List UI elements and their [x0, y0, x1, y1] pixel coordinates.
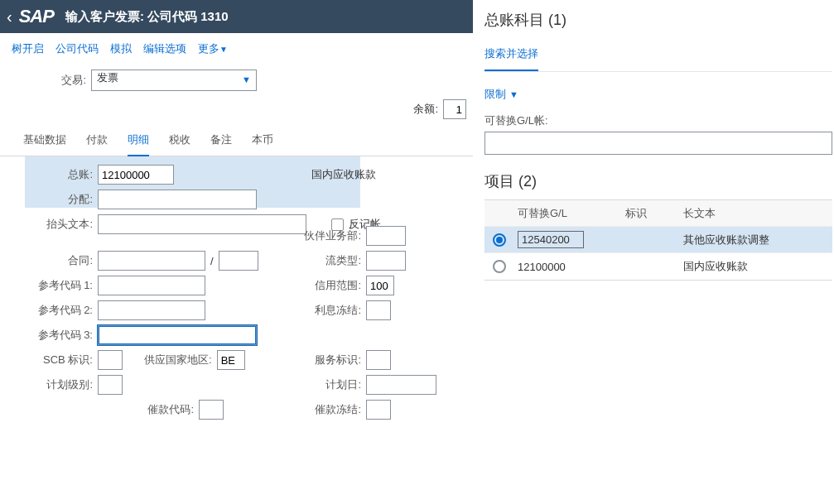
transaction-value: 发票 [97, 71, 118, 84]
items-row[interactable]: 12540200 其他应收账款调整 [484, 227, 832, 253]
supply-country-input[interactable] [217, 350, 245, 370]
tabstrip: 基础数据 付款 明细 税收 备注 本币 [0, 126, 473, 156]
flow-type-label: 流类型: [270, 253, 361, 268]
tab-basic-data[interactable]: 基础数据 [23, 126, 66, 156]
interest-freeze-input[interactable] [366, 300, 391, 320]
slash-label: / [210, 255, 214, 267]
more-link[interactable]: 更多▼ [198, 41, 228, 56]
row-gl: 12540200 [518, 231, 584, 248]
radio-icon[interactable] [493, 260, 506, 273]
chevron-down-icon: ▼ [509, 89, 518, 99]
tab-tax[interactable]: 税收 [169, 126, 190, 156]
plan-date-input[interactable] [366, 375, 436, 395]
items-row[interactable]: 12100000 国内应收账款 [484, 253, 832, 280]
side-panel: 总账科目 (1) 搜索并选择 限制 ▼ 可替换G/L帐: 项目 (2) 可替换G… [473, 0, 834, 504]
plan-level-input[interactable] [98, 375, 123, 395]
ref1-input[interactable] [98, 276, 205, 295]
chevron-down-icon: ▼ [219, 45, 228, 54]
restrict-label: 限制 [484, 87, 506, 102]
side-tab-search-select[interactable]: 搜索并选择 [484, 41, 538, 71]
header-text-label: 抬头文本: [12, 217, 93, 232]
items-title: 项目 (2) [484, 171, 832, 191]
items-table: 可替换G/L 标识 长文本 12540200 其他应收账款调整 12100000… [484, 199, 832, 281]
company-code-link[interactable]: 公司代码 [55, 41, 99, 56]
simulate-link[interactable]: 模拟 [110, 41, 132, 56]
restrict-toggle[interactable]: 限制 ▼ [484, 87, 518, 102]
tab-local-currency[interactable]: 本币 [252, 126, 273, 156]
scb-label: SCB 标识: [12, 353, 93, 367]
dunning-freeze-input[interactable] [366, 400, 391, 420]
interest-freeze-label: 利息冻结: [270, 303, 361, 318]
alt-gl-label: 可替换G/L帐: [484, 113, 832, 128]
row-text: 其他应收账款调整 [680, 233, 832, 247]
row-gl: 12100000 [514, 261, 622, 273]
scb-input[interactable] [98, 350, 123, 370]
edit-options-link[interactable]: 编辑选项 [143, 41, 186, 56]
chevron-down-icon: ▼ [242, 74, 251, 84]
tab-note[interactable]: 备注 [210, 126, 232, 156]
side-panel-title: 总账科目 (1) [484, 10, 832, 30]
ref3-label: 参考代码 3: [12, 328, 93, 343]
ref2-input[interactable] [98, 300, 205, 320]
ref2-label: 参考代码 2: [12, 303, 93, 318]
action-toolbar: 树开启 公司代码 模拟 编辑选项 更多▼ [0, 33, 473, 65]
service-ind-input[interactable] [366, 350, 391, 370]
gl-account-input[interactable] [98, 165, 174, 185]
assignment-label: 分配: [12, 192, 93, 207]
items-header: 可替换G/L 标识 长文本 [484, 200, 832, 227]
alt-gl-input[interactable] [484, 132, 832, 155]
supply-country-label: 供应国家地区: [144, 353, 212, 367]
dunning-code-label: 催款代码: [12, 402, 194, 417]
balance-field[interactable] [443, 99, 466, 119]
col-alt-gl: 可替换G/L [514, 206, 622, 221]
tree-open-link[interactable]: 树开启 [12, 41, 44, 56]
back-chevron-icon[interactable]: ‹ [7, 7, 12, 26]
credit-area-label: 信用范围: [270, 278, 361, 293]
dunning-code-input[interactable] [199, 400, 224, 420]
gl-account-text: 国内应收账款 [311, 167, 376, 182]
ref1-label: 参考代码 1: [12, 278, 93, 293]
more-label: 更多 [198, 42, 219, 55]
dunning-freeze-label: 催款冻结: [270, 402, 361, 417]
row-text: 国内应收账款 [680, 259, 832, 274]
service-ind-label: 服务标识: [270, 353, 361, 367]
plan-date-label: 计划日: [270, 377, 361, 392]
col-indicator: 标识 [622, 206, 680, 221]
tab-detail[interactable]: 明细 [128, 126, 149, 156]
plan-level-label: 计划级别: [12, 377, 93, 392]
balance-label: 余额: [413, 102, 438, 117]
credit-area-input[interactable] [366, 276, 394, 295]
tab-payment[interactable]: 付款 [86, 126, 108, 156]
flow-type-input[interactable] [366, 251, 406, 271]
sap-logo: SAP [19, 6, 54, 27]
assignment-input[interactable] [98, 190, 257, 209]
transaction-select[interactable]: 发票 ▼ [91, 70, 257, 91]
page-title: 输入客户发票: 公司代码 1310 [65, 9, 229, 25]
transaction-label: 交易: [12, 73, 86, 88]
contract-input-2[interactable] [219, 251, 258, 271]
radio-icon[interactable] [493, 233, 506, 247]
gl-account-label: 总账: [12, 167, 93, 182]
partner-ba-label: 伙伴业务部: [270, 228, 361, 243]
contract-label: 合同: [12, 253, 93, 268]
partner-ba-input[interactable] [366, 226, 406, 246]
col-long-text: 长文本 [680, 206, 832, 221]
ref3-input[interactable] [98, 325, 257, 345]
contract-input-1[interactable] [98, 251, 205, 271]
